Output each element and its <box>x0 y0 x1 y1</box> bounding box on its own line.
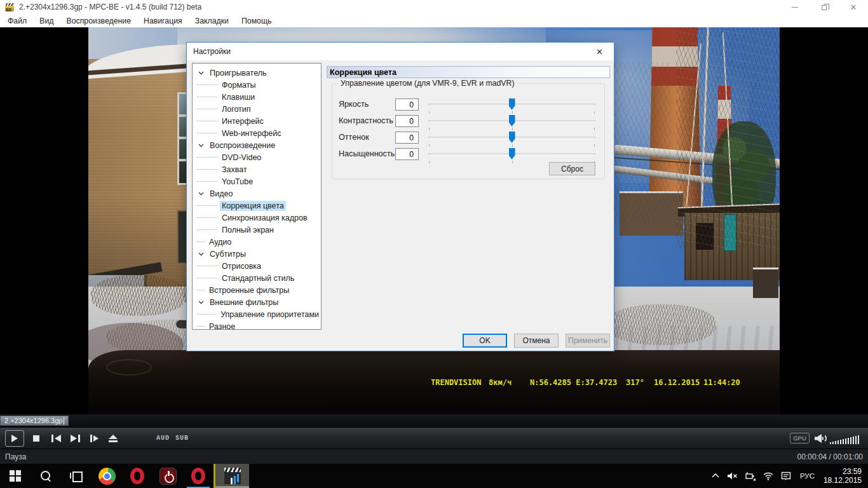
chevron-down-icon[interactable] <box>197 190 205 198</box>
menu-help[interactable]: Помощь <box>235 17 278 25</box>
audio-track-button[interactable]: AUD <box>156 435 170 442</box>
mpc-be-icon <box>224 468 241 484</box>
tree-item[interactable]: Субтитры <box>193 248 321 260</box>
tree-item[interactable]: Проигрыватель <box>193 67 321 79</box>
tree-item[interactable]: Web-интерфейс <box>193 127 321 139</box>
tree-item[interactable]: Коррекция цвета <box>193 200 321 212</box>
previous-button[interactable] <box>48 430 64 447</box>
menu-bookmarks[interactable]: Закладки <box>189 17 235 25</box>
close-icon: ✕ <box>850 3 857 11</box>
subtitle-track-button[interactable]: SUB <box>175 435 189 442</box>
contrast-slider[interactable] <box>428 114 595 130</box>
tree-item[interactable]: Стандартный стиль <box>193 272 321 284</box>
filename-chip[interactable]: 2.+2304x1296.3gp <box>0 416 69 426</box>
tree-item[interactable]: Воспроизведение <box>193 139 321 151</box>
tree-connector <box>197 133 217 133</box>
tree-item[interactable]: Встроенные фильтры <box>193 284 321 296</box>
language-indicator[interactable]: РУС <box>800 472 815 480</box>
taskbar-power-app-button[interactable] <box>153 464 183 488</box>
restore-icon <box>822 5 827 10</box>
tree-item[interactable]: Управление приоритетами <box>193 308 321 320</box>
tree-item[interactable]: Видео <box>193 187 321 200</box>
start-button[interactable] <box>0 464 31 488</box>
taskbar-chrome-button[interactable] <box>92 464 122 488</box>
tray-network[interactable] <box>763 471 774 481</box>
tray-action-center[interactable] <box>780 471 792 481</box>
hue-input[interactable] <box>395 132 419 144</box>
reset-button[interactable]: Сброс <box>549 162 595 175</box>
close-button[interactable]: ✕ <box>839 0 868 14</box>
tree-item[interactable]: Клавиши <box>193 91 321 103</box>
tree-item-label: Отрисовка <box>220 261 263 271</box>
power-app-icon <box>159 468 177 485</box>
chevron-down-icon[interactable] <box>197 299 205 306</box>
taskbar-opera-running-button[interactable] <box>183 464 214 488</box>
chevron-down-icon[interactable] <box>197 142 205 149</box>
taskbar-clock[interactable]: 23:59 18.12.2015 <box>824 467 862 485</box>
restore-button[interactable] <box>810 0 839 14</box>
tree-item[interactable]: Внешние фильтры <box>193 296 321 308</box>
contrast-input[interactable] <box>395 115 419 127</box>
ok-button[interactable]: OK <box>463 334 507 348</box>
seek-bar[interactable]: 2.+2304x1296.3gp <box>0 414 868 427</box>
volume-bar <box>837 440 839 444</box>
tree-connector <box>197 181 217 182</box>
stop-button[interactable] <box>29 430 43 447</box>
tree-item[interactable]: Захват <box>193 163 321 175</box>
tree-item[interactable]: Полный экран <box>193 224 321 236</box>
tree-connector <box>197 157 217 158</box>
slider-tick <box>594 128 595 130</box>
tree-item[interactable]: Интерфейс <box>193 115 321 127</box>
menu-view[interactable]: Вид <box>33 17 60 25</box>
chevron-down-icon[interactable] <box>197 69 205 77</box>
scene-tree-branches <box>606 62 671 222</box>
brightness-slider[interactable] <box>428 98 595 113</box>
hue-slider[interactable] <box>428 131 595 146</box>
play-button[interactable] <box>5 430 24 447</box>
frame-step-button[interactable] <box>86 430 102 447</box>
tree-item[interactable]: DVD-Video <box>193 151 321 163</box>
tree-item[interactable]: Отрисовка <box>193 260 321 272</box>
taskbar-mpc-active-button[interactable] <box>214 464 249 488</box>
tree-item[interactable]: Аудио <box>193 236 321 248</box>
apply-button[interactable]: Применить <box>566 334 610 348</box>
tree-item[interactable]: YouTube <box>193 175 321 187</box>
menu-file[interactable]: Файл <box>1 17 33 25</box>
tree-item[interactable]: Логотип <box>193 103 321 115</box>
menu-playback[interactable]: Воспроизведение <box>60 17 137 25</box>
next-button[interactable] <box>67 430 83 447</box>
tree-item[interactable]: Разное <box>193 320 321 330</box>
slider-thumb[interactable] <box>509 132 515 143</box>
tray-volume-muted[interactable] <box>727 471 738 481</box>
volume-icon[interactable] <box>815 433 826 444</box>
dialog-title-bar[interactable]: Настройки ✕ <box>187 43 614 60</box>
taskbar-search-button[interactable] <box>31 464 61 488</box>
cancel-button[interactable]: Отмена <box>514 334 559 348</box>
menu-navigation[interactable]: Навигация <box>137 17 189 25</box>
saturation-input[interactable] <box>395 148 419 160</box>
clock-date: 18.12.2015 <box>824 476 862 485</box>
overlay-time: 11:44:20 <box>703 378 740 387</box>
dialog-close-button[interactable]: ✕ <box>585 43 614 60</box>
panel-header: Коррекция цвета <box>327 66 610 78</box>
saturation-slider[interactable] <box>428 147 595 163</box>
slider-thumb[interactable] <box>509 98 515 110</box>
task-view-button[interactable] <box>61 464 92 488</box>
tray-battery-status[interactable] <box>745 471 756 481</box>
chevron-down-icon[interactable] <box>197 250 205 258</box>
tree-item[interactable]: Синхронизация кадров <box>193 212 321 224</box>
volume-slider[interactable] <box>830 431 865 444</box>
tray-expand-button[interactable] <box>710 471 721 481</box>
tree-item[interactable]: Форматы <box>193 79 321 91</box>
taskbar-opera-button[interactable] <box>122 464 153 488</box>
eject-button[interactable] <box>105 430 121 447</box>
slider-thumb[interactable] <box>509 148 515 159</box>
brightness-input[interactable] <box>395 98 419 111</box>
volume-bar <box>835 441 836 444</box>
overlay-speed: 8км/ч <box>489 378 512 387</box>
slider-thumb[interactable] <box>509 115 515 126</box>
minimize-button[interactable] <box>780 0 810 14</box>
settings-tree[interactable]: ПроигрывательФорматыКлавишиЛоготипИнтерф… <box>192 63 322 330</box>
row-label: Яркость <box>339 100 369 109</box>
previous-icon <box>51 435 53 442</box>
